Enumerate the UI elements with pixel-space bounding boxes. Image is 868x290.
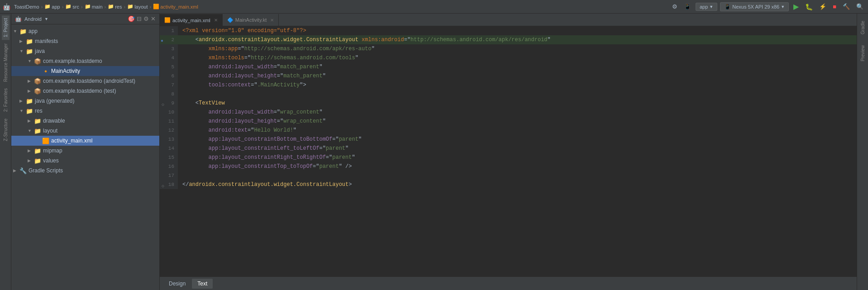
line-num-7: 7	[160, 81, 178, 90]
tree-item-package-androidtest[interactable]: ▶ 📦 com.example.toastdemo (androidTest)	[11, 76, 159, 86]
line-content-4: xmlns:tools="http://schemas.android.com/…	[178, 53, 857, 62]
tab-close-kt[interactable]: ✕	[270, 18, 274, 23]
breadcrumb-file[interactable]: activity_main.xml	[160, 4, 198, 10]
sidebar-item-structure[interactable]: Z-Structure	[2, 116, 10, 144]
tree-item-mainactivity[interactable]: ▶ 🔸 MainActivity	[11, 66, 159, 76]
tree-item-gradle-scripts[interactable]: ▶ 🔧 Gradle Scripts	[11, 166, 159, 176]
line-content-1: <?xml version="1.0" encoding="utf-8"?>	[178, 26, 857, 35]
line-content-14: app:layout_constraintLeft_toLeftOf="pare…	[178, 144, 857, 153]
avd-icon[interactable]: 📱	[682, 2, 693, 11]
build-icon[interactable]: 🔨	[841, 2, 852, 11]
tree-item-drawable[interactable]: ▶ 📁 drawable	[11, 116, 159, 126]
expand-arrow-res: ▼	[19, 109, 26, 113]
code-line-16: 16 app:layout_constraintTop_toTopOf="par…	[160, 162, 857, 171]
project-header-actions: 🎯 ⊟ ⚙ ✕	[128, 15, 156, 22]
code-line-15: 15 app:layout_constraintRight_toRightOf=…	[160, 153, 857, 162]
tree-label-res: res	[35, 108, 43, 114]
line-content-10: android:layout_width="wrap_content"	[178, 108, 857, 117]
package-icon-test: 📦	[34, 88, 41, 95]
device-icon: 📱	[724, 4, 731, 10]
project-panel-title: Android	[24, 16, 42, 22]
breadcrumb-main-icon: 📁	[85, 4, 91, 10]
expand-arrow-manifests: ▶	[19, 39, 26, 43]
stop-button[interactable]: ■	[831, 2, 838, 11]
expand-arrow-mipmap: ▶	[28, 148, 34, 153]
line-num-16: 16	[160, 162, 178, 171]
tree-item-java-generated[interactable]: ▶ 📁 java (generated)	[11, 96, 159, 106]
expand-arrow-values: ▶	[28, 158, 34, 163]
tab-mainactivity-kt[interactable]: 🔷 MainActivity.kt ✕	[223, 14, 279, 26]
sidebar-item-favorites[interactable]: 2: Favorites	[2, 86, 10, 114]
sidebar-item-resource-manager[interactable]: Resource Manager	[2, 41, 10, 85]
tree-item-manifests[interactable]: ▶ 📁 manifests	[11, 36, 159, 46]
debug-button[interactable]: 🐛	[803, 2, 815, 11]
folder-icon-manifests: 📁	[26, 38, 33, 45]
folder-icon-drawable: 📁	[34, 118, 41, 124]
settings-icon[interactable]: ⚙	[143, 15, 149, 22]
tree-item-layout[interactable]: ▼ 📁 layout	[11, 126, 159, 136]
run-config-selector[interactable]: app ▼	[696, 3, 717, 11]
tree-label-package-main: com.example.toastdemo	[43, 58, 102, 64]
project-panel-header: 🤖 Android ▼ 🎯 ⊟ ⚙ ✕	[11, 14, 159, 24]
tree-label-gradle: Gradle Scripts	[29, 167, 63, 174]
code-line-18: ◇ 18 </androidx.constraintlayout.widget.…	[160, 180, 857, 189]
breadcrumb-toastdemo[interactable]: ToastDemo	[14, 4, 39, 10]
right-side-panels: Gradle Preview	[857, 14, 868, 290]
tree-label-test: com.example.toastdemo (test)	[43, 88, 116, 94]
code-line-12: 12 android:text="Hello World!"	[160, 126, 857, 135]
tree-item-java[interactable]: ▼ 📁 java	[11, 46, 159, 56]
preview-panel-label[interactable]: Preview	[858, 42, 867, 65]
tab-activity-main-xml[interactable]: 🟧 activity_main.xml ✕	[160, 14, 223, 26]
left-sidebar-icons: 1: Project Resource Manager 2: Favorites…	[0, 14, 11, 290]
device-selector[interactable]: 📱 Nexus 5X API 29 x86 ▼	[720, 2, 789, 11]
run-button[interactable]: ▶	[792, 1, 801, 12]
tab-close-xml[interactable]: ✕	[214, 18, 218, 23]
line-num-10: 10	[160, 108, 178, 117]
tree-item-package-main[interactable]: ▼ 📦 com.example.toastdemo	[11, 56, 159, 66]
sync-icon[interactable]: ⚙	[670, 2, 679, 11]
locate-icon[interactable]: 🎯	[128, 15, 135, 22]
breadcrumb-layout[interactable]: layout	[134, 4, 148, 10]
tab-icon-xml: 🟧	[164, 17, 171, 23]
tree-item-package-test[interactable]: ▶ 📦 com.example.toastdemo (test)	[11, 86, 159, 96]
gradle-icon: 🔧	[19, 167, 27, 174]
breadcrumb-app[interactable]: app	[52, 4, 60, 10]
folder-icon-res: 📁	[26, 108, 33, 114]
sidebar-item-project[interactable]: 1: Project	[2, 15, 10, 40]
editor-content[interactable]: 1 <?xml version="1.0" encoding="utf-8"?>…	[160, 26, 857, 276]
expand-arrow-java: ▼	[19, 49, 26, 53]
folder-icon-java: 📁	[26, 48, 33, 55]
gradle-panel-label[interactable]: Gradle	[858, 17, 867, 38]
tree-label-java-generated: java (generated)	[35, 98, 74, 104]
expand-arrow-layout: ▼	[28, 128, 34, 133]
bottom-tabs: Design Text	[160, 276, 857, 290]
chevron-down-icon-2: ▼	[781, 5, 785, 9]
code-line-17: 17	[160, 171, 857, 180]
breadcrumb-file-icon: 🟧	[153, 4, 159, 10]
tree-item-res[interactable]: ▼ 📁 res	[11, 106, 159, 116]
line-num-14: 14	[160, 144, 178, 153]
code-line-1: 1 <?xml version="1.0" encoding="utf-8"?>	[160, 26, 857, 35]
collapse-all-icon[interactable]: ⊟	[137, 15, 142, 22]
breadcrumb-res[interactable]: res	[115, 4, 122, 10]
tab-text[interactable]: Text	[192, 279, 213, 289]
folder-icon-layout: 📁	[34, 128, 41, 134]
close-panel-icon[interactable]: ✕	[151, 15, 156, 22]
tree-item-values[interactable]: ▶ 📁 values	[11, 156, 159, 166]
project-tree: ▼ 📁 app ▶ 📁 manifests ▼ 📁 java ▼ 📦 com.e…	[11, 24, 159, 290]
tab-design[interactable]: Design	[163, 279, 191, 289]
tree-label-layout: layout	[43, 128, 57, 134]
tree-item-app[interactable]: ▼ 📁 app	[11, 26, 159, 36]
line-num-5: 5	[160, 62, 178, 71]
folder-icon-app: 📁	[19, 28, 27, 35]
expand-arrow-test: ▶	[28, 89, 34, 93]
search-button[interactable]: 🔍	[854, 2, 865, 11]
profile-button[interactable]: ⚡	[817, 2, 828, 11]
breadcrumb-main[interactable]: main	[92, 4, 103, 10]
breadcrumb-src-icon: 📁	[65, 4, 72, 10]
code-line-3: 3 xmlns:app="http://schemas.android.com/…	[160, 44, 857, 53]
tree-item-activity-main-xml[interactable]: ▶ 🟧 activity_main.xml	[11, 136, 159, 146]
line-num-12: 12	[160, 126, 178, 135]
breadcrumb-src[interactable]: src	[72, 4, 79, 10]
tree-item-mipmap[interactable]: ▶ 📁 mipmap	[11, 146, 159, 156]
